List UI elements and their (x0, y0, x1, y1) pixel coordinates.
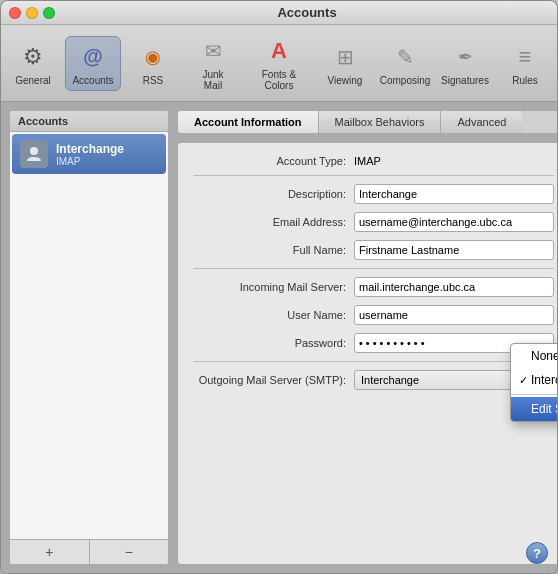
rules-icon (509, 41, 541, 73)
account-type: IMAP (56, 156, 124, 167)
toolbar-item-rules[interactable]: Rules (497, 37, 553, 90)
form-row-password: Password: (194, 333, 554, 353)
toolbar-item-rss[interactable]: RSS (125, 37, 181, 90)
toolbar-item-accounts[interactable]: Accounts (65, 36, 121, 91)
sidebar-header: Accounts (10, 111, 168, 132)
toolbar-item-general[interactable]: General (5, 37, 61, 90)
remove-account-button[interactable]: − (90, 540, 169, 564)
tab-bar: Account Information Mailbox Behaviors Ad… (177, 110, 557, 134)
toolbar-label-fonts-colors: Fonts & Colors (253, 69, 305, 91)
description-label: Description: (194, 188, 354, 200)
popup-menu-item-interchange[interactable]: Interchange (511, 368, 557, 392)
tab-advanced[interactable]: Advanced (441, 111, 522, 133)
form-row-email: Email Address: (194, 212, 554, 232)
description-input[interactable] (354, 184, 554, 204)
accounts-icon (77, 41, 109, 73)
email-input[interactable] (354, 212, 554, 232)
fontscolors-icon (263, 35, 295, 67)
toolbar-item-junk-mail[interactable]: Junk Mail (185, 31, 241, 95)
toolbar-label-junk-mail: Junk Mail (193, 69, 233, 91)
toolbar-item-fonts-colors[interactable]: Fonts & Colors (245, 31, 313, 95)
outgoing-server-label: Outgoing Mail Server (SMTP): (194, 374, 354, 386)
account-type-value: IMAP (354, 155, 381, 167)
close-button[interactable] (9, 7, 21, 19)
title-bar: Accounts (1, 1, 557, 25)
toolbar-label-composing: Composing (380, 75, 431, 86)
toolbar-item-viewing[interactable]: Viewing (317, 37, 373, 90)
form-row-outgoing-server: Outgoing Mail Server (SMTP): Interchange… (194, 370, 554, 390)
composing-icon (389, 41, 421, 73)
minimize-button[interactable] (26, 7, 38, 19)
popup-menu-divider (511, 394, 557, 395)
help-button[interactable]: ? (526, 542, 548, 564)
sidebar-item-interchange[interactable]: Interchange IMAP (12, 134, 166, 174)
main-content: Accounts Interchange IMAP + (1, 102, 557, 573)
account-icon (20, 140, 48, 168)
toolbar-item-composing[interactable]: Composing (377, 37, 433, 90)
popup-menu: None Interchange Edit Server List... (510, 343, 557, 422)
form-divider-2 (194, 268, 554, 269)
toolbar-label-general: General (15, 75, 51, 86)
general-icon (17, 41, 49, 73)
popup-menu-item-edit-server-list[interactable]: Edit Server List... (511, 397, 557, 421)
form-row-fullname: Full Name: (194, 240, 554, 260)
tab-account-information[interactable]: Account Information (178, 111, 319, 133)
right-panel: Account Information Mailbox Behaviors Ad… (177, 110, 557, 565)
toolbar-label-signatures: Signatures (441, 75, 489, 86)
form-row-description: Description: (194, 184, 554, 204)
sidebar-items-list: Interchange IMAP (10, 132, 168, 539)
add-account-button[interactable]: + (10, 540, 89, 564)
incoming-server-label: Incoming Mail Server: (194, 281, 354, 293)
outgoing-server-dropdown-container: Interchange ▼ (354, 370, 534, 390)
sidebar-footer: + − (10, 539, 168, 564)
toolbar-label-viewing: Viewing (328, 75, 363, 86)
username-label: User Name: (194, 309, 354, 321)
toolbar-item-signatures[interactable]: Signatures (437, 37, 493, 90)
fullname-input[interactable] (354, 240, 554, 260)
username-input[interactable] (354, 305, 554, 325)
outgoing-server-dropdown[interactable]: Interchange ▼ (354, 370, 534, 390)
window-title: Accounts (65, 5, 549, 20)
svg-point-0 (30, 147, 38, 155)
popup-menu-item-none[interactable]: None (511, 344, 557, 368)
toolbar-label-rules: Rules (512, 75, 538, 86)
traffic-lights (9, 7, 55, 19)
toolbar: General Accounts RSS Junk Mail Fonts & C… (1, 25, 557, 102)
maximize-button[interactable] (43, 7, 55, 19)
account-name: Interchange (56, 142, 124, 156)
form-row-username: User Name: (194, 305, 554, 325)
sidebar: Accounts Interchange IMAP + (9, 110, 169, 565)
toolbar-label-accounts: Accounts (72, 75, 113, 86)
form-divider-3 (194, 361, 554, 362)
form-area: Account Type: IMAP Description: Email Ad… (177, 142, 557, 565)
toolbar-label-rss: RSS (143, 75, 164, 86)
form-divider-1 (194, 175, 554, 176)
junkmail-icon (197, 35, 229, 67)
viewing-icon (329, 41, 361, 73)
fullname-label: Full Name: (194, 244, 354, 256)
incoming-server-input[interactable] (354, 277, 554, 297)
form-row-incoming-server: Incoming Mail Server: (194, 277, 554, 297)
form-row-account-type: Account Type: IMAP (194, 155, 554, 167)
account-type-label: Account Type: (194, 155, 354, 167)
email-label: Email Address: (194, 216, 354, 228)
password-label: Password: (194, 337, 354, 349)
window: Accounts General Accounts RSS Junk Mail … (0, 0, 558, 574)
rss-icon (137, 41, 169, 73)
sidebar-item-text: Interchange IMAP (56, 142, 124, 167)
signatures-icon (449, 41, 481, 73)
tab-mailbox-behaviors[interactable]: Mailbox Behaviors (319, 111, 442, 133)
